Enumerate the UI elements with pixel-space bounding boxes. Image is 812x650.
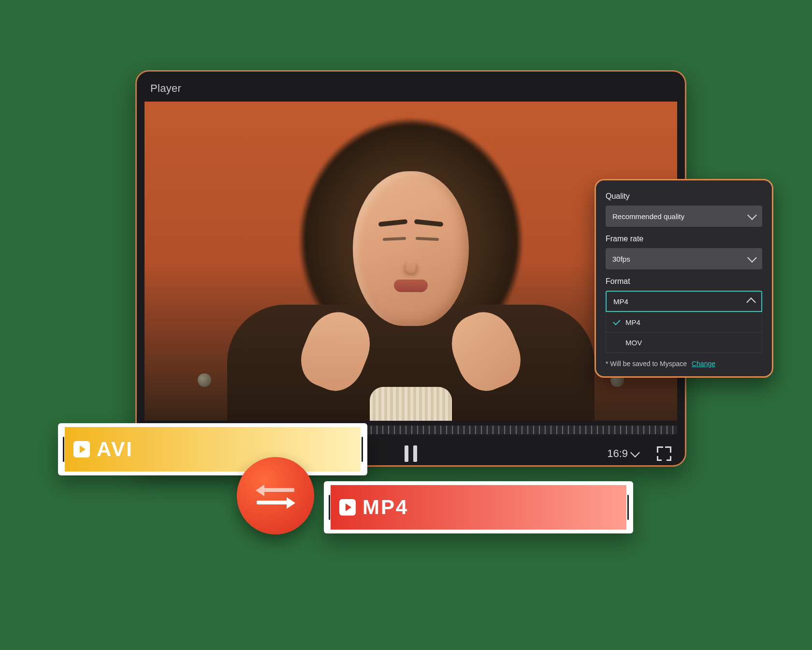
format-dropdown: MP4 MOV: [606, 312, 762, 353]
target-format-chip[interactable]: MP4: [324, 481, 633, 533]
aspect-ratio-value: 16:9: [607, 447, 628, 460]
format-value: MP4: [613, 297, 628, 306]
change-location-link[interactable]: Change: [692, 360, 715, 368]
export-settings-panel: Quality Recommended quality Frame rate 3…: [594, 179, 773, 378]
source-format-label: AVI: [97, 438, 133, 461]
chevron-up-icon: [746, 297, 756, 307]
play-icon: [73, 441, 90, 458]
chevron-down-icon: [747, 210, 757, 220]
frame-rate-label: Frame rate: [606, 235, 762, 243]
player-title: Player: [137, 72, 685, 102]
drag-handle-icon[interactable]: [361, 427, 363, 472]
play-icon: [339, 499, 356, 516]
save-location-note: * Will be saved to Myspace Change: [606, 360, 762, 368]
target-format-label: MP4: [362, 496, 408, 519]
source-format-chip[interactable]: AVI: [58, 423, 367, 475]
format-select[interactable]: MP4: [606, 291, 762, 312]
format-option-mp4[interactable]: MP4: [606, 312, 762, 332]
drag-handle-icon[interactable]: [626, 485, 629, 530]
arrow-right-icon: [257, 497, 294, 507]
format-option-mov[interactable]: MOV: [606, 332, 762, 353]
fullscreen-button[interactable]: [657, 446, 671, 461]
pause-button[interactable]: [405, 445, 417, 462]
chevron-down-icon: [747, 253, 757, 263]
quality-value: Recommended quality: [612, 212, 684, 221]
chevron-down-icon: [630, 448, 640, 458]
aspect-ratio-selector[interactable]: 16:9: [607, 447, 638, 460]
format-label: Format: [606, 277, 762, 286]
frame-rate-select[interactable]: 30fps: [606, 248, 762, 269]
arrow-left-icon: [257, 485, 294, 494]
quality-select[interactable]: Recommended quality: [606, 206, 762, 227]
quality-label: Quality: [606, 192, 762, 201]
frame-rate-value: 30fps: [612, 255, 630, 263]
convert-button[interactable]: [237, 457, 314, 534]
